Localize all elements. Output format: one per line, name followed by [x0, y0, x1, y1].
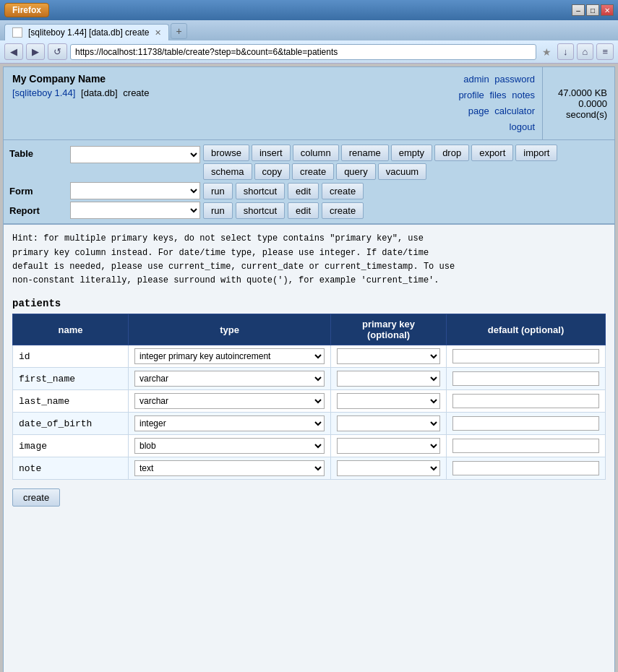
table-label: Table — [9, 145, 67, 162]
nav-files[interactable]: files — [489, 90, 506, 100]
row-type-first-name: integer varchar text blob real numeric — [129, 368, 331, 390]
type-select-note[interactable]: integer varchar text blob real numeric — [134, 460, 325, 476]
back-button[interactable]: ◀ — [4, 43, 23, 60]
header-left: My Company Name [sqliteboy 1.44] [data.d… — [4, 67, 448, 139]
default-input-first-name[interactable] — [452, 371, 599, 386]
report-select[interactable] — [70, 202, 200, 219]
pk-select-last-name[interactable]: asc desc — [337, 393, 440, 409]
import-button[interactable]: import — [515, 145, 557, 161]
row-default-id — [447, 345, 606, 368]
copy-button[interactable]: copy — [254, 163, 290, 180]
report-run-button[interactable]: run — [203, 202, 233, 219]
address-bar[interactable] — [70, 44, 536, 60]
form-run-button[interactable]: run — [203, 183, 233, 199]
stats-size: 47.0000 KB — [550, 87, 607, 98]
row-default-first-name — [447, 368, 606, 390]
default-input-date-of-birth[interactable] — [452, 416, 599, 431]
home-button[interactable]: ⌂ — [577, 43, 594, 60]
drop-button[interactable]: drop — [434, 145, 469, 161]
default-input-last-name[interactable] — [452, 394, 599, 408]
default-input-note[interactable] — [452, 461, 599, 475]
breadcrumb-action: create — [123, 87, 149, 98]
row-name-last-name: last_name — [13, 390, 129, 413]
type-select-last-name[interactable]: integer varchar text blob real numeric — [134, 393, 325, 409]
table-select[interactable] — [70, 146, 200, 163]
report-edit-button[interactable]: edit — [288, 202, 319, 219]
browser-tab[interactable]: [sqliteboy 1.44] [data.db] create ✕ — [4, 24, 169, 40]
form-select[interactable] — [70, 182, 200, 199]
form-controls-row: Form run shortcut edit create — [9, 182, 609, 199]
reload-button[interactable]: ↺ — [48, 43, 67, 60]
report-create-button[interactable]: create — [322, 202, 364, 219]
nav-logout[interactable]: logout — [510, 121, 535, 132]
default-input-id[interactable] — [452, 349, 599, 363]
query-button[interactable]: query — [336, 163, 376, 180]
bookmark-star-icon[interactable]: ★ — [539, 45, 554, 59]
site-header: My Company Name [sqliteboy 1.44] [data.d… — [4, 67, 614, 140]
row-type-last-name: integer varchar text blob real numeric — [129, 390, 331, 413]
close-button[interactable]: ✕ — [601, 4, 614, 16]
nav-password[interactable]: password — [494, 74, 535, 85]
create-section: create — [4, 486, 614, 515]
row-type-note: integer varchar text blob real numeric — [129, 457, 331, 480]
company-name: My Company Name — [12, 73, 439, 85]
row-pk-image: asc desc — [331, 435, 447, 457]
hint-area: Hint: for multiple primary keys, do not … — [4, 225, 614, 295]
breadcrumb-db: [data.db] — [81, 87, 118, 98]
row-default-image — [447, 435, 606, 457]
type-select-id[interactable]: integer primary key autoincrement intege… — [134, 348, 325, 364]
minimize-button[interactable]: – — [572, 4, 585, 16]
final-create-button[interactable]: create — [12, 488, 60, 507]
download-button[interactable]: ↓ — [557, 43, 574, 60]
maximize-button[interactable]: □ — [586, 4, 599, 16]
report-label: Report — [9, 202, 67, 219]
report-controls-row: Report run shortcut edit create — [9, 202, 609, 219]
table-buttons: browse insert column rename empty drop e… — [203, 145, 579, 180]
new-tab-button[interactable]: + — [171, 23, 186, 39]
default-input-image[interactable] — [452, 439, 599, 453]
nav-calculator[interactable]: calculator — [494, 105, 535, 116]
empty-button[interactable]: empty — [391, 145, 432, 161]
table-row: first_name integer varchar text blob rea… — [13, 368, 606, 390]
window-controls: – □ ✕ — [572, 4, 614, 16]
pk-select-id[interactable]: asc desc — [337, 348, 440, 364]
form-edit-button[interactable]: edit — [288, 183, 319, 199]
table-create-button[interactable]: create — [292, 163, 334, 180]
table-row: last_name integer varchar text blob real… — [13, 390, 606, 413]
rename-button[interactable]: rename — [341, 145, 389, 161]
col-header-type: type — [129, 314, 331, 345]
header-stats: 47.0000 KB 0.0000 second(s) — [542, 67, 614, 139]
pk-select-first-name[interactable]: asc desc — [337, 371, 440, 387]
controls-area: Table browse insert column rename empty … — [4, 140, 614, 225]
browse-button[interactable]: browse — [203, 145, 249, 161]
pk-select-date-of-birth[interactable]: asc desc — [337, 415, 440, 431]
vacuum-button[interactable]: vacuum — [378, 163, 427, 180]
type-select-first-name[interactable]: integer varchar text blob real numeric — [134, 371, 325, 387]
pk-select-note[interactable]: asc desc — [337, 460, 440, 476]
breadcrumb-app-link[interactable]: [sqliteboy 1.44] — [12, 87, 75, 98]
column-button[interactable]: column — [293, 145, 339, 161]
export-button[interactable]: export — [471, 145, 513, 161]
insert-button[interactable]: insert — [252, 145, 291, 161]
firefox-menu-button[interactable]: Firefox — [4, 3, 49, 17]
schema-button[interactable]: schema — [203, 163, 252, 180]
form-shortcut-button[interactable]: shortcut — [236, 183, 285, 199]
nav-notes[interactable]: notes — [512, 90, 535, 100]
row-pk-note: asc desc — [331, 457, 447, 480]
pk-select-image[interactable]: asc desc — [337, 438, 440, 454]
forward-button[interactable]: ▶ — [26, 43, 45, 60]
row-pk-date-of-birth: asc desc — [331, 413, 447, 435]
report-shortcut-button[interactable]: shortcut — [236, 202, 285, 219]
nav-admin[interactable]: admin — [463, 74, 489, 85]
type-select-date-of-birth[interactable]: integer varchar text blob real numeric — [134, 415, 325, 431]
nav-page[interactable]: page — [468, 105, 489, 116]
menu-button[interactable]: ≡ — [596, 43, 614, 60]
col-header-pk: primary key(optional) — [331, 314, 447, 345]
type-select-image[interactable]: integer varchar text blob real numeric — [134, 438, 325, 454]
nav-profile[interactable]: profile — [458, 90, 484, 100]
form-create-button[interactable]: create — [322, 183, 364, 199]
row-type-image: integer varchar text blob real numeric — [129, 435, 331, 457]
tab-close-icon[interactable]: ✕ — [155, 28, 161, 38]
browser-toolbar: ◀ ▶ ↺ ★ ↓ ⌂ ≡ — [0, 40, 618, 64]
tab-favicon — [12, 27, 22, 38]
